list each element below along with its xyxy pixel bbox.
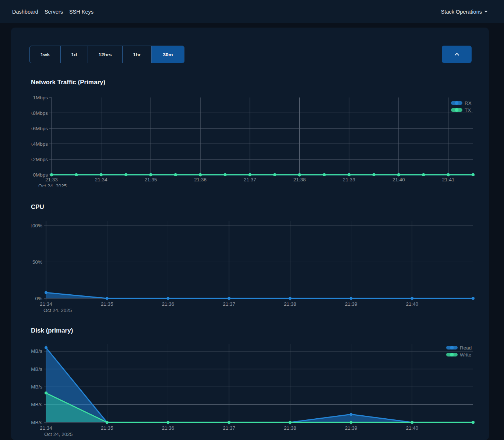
x-tick-label: 21:36 <box>194 177 207 182</box>
data-point-tx <box>447 173 450 176</box>
data-point-tx <box>224 173 227 176</box>
legend-label: Write <box>460 352 471 358</box>
chart-title-network: Network Traffic (Primary) <box>31 79 105 86</box>
y-tick-label: 2MB/s <box>31 384 42 390</box>
y-tick-label: 50% <box>32 259 42 265</box>
data-point-tx <box>422 173 425 176</box>
range-button-12hrs[interactable]: 12hrs <box>88 46 123 63</box>
data-point-cpu <box>228 297 230 300</box>
series-area-cpu <box>46 292 473 298</box>
grid-lines <box>44 344 473 425</box>
data-point-tx <box>174 173 177 176</box>
chevron-up-icon <box>454 53 459 56</box>
data-point-tx <box>50 173 53 176</box>
data-point-write <box>472 421 475 424</box>
data-point-write <box>45 391 47 394</box>
x-tick-label: 21:34 <box>40 425 52 431</box>
data-point-cpu <box>410 297 413 300</box>
y-tick-label: 1Mbps <box>33 95 48 100</box>
date-label: Oct 24, 2025 <box>44 432 73 437</box>
x-tick-label: 21:38 <box>293 177 306 182</box>
legend-marker-point <box>450 353 454 356</box>
chart-title-disk: Disk (primary) <box>31 327 73 334</box>
y-tick-label: 0Mbps <box>33 172 48 178</box>
nav-link-dashboard[interactable]: Dashboard <box>12 9 38 15</box>
data-point-tx <box>199 173 202 176</box>
range-button-30m[interactable]: 30m <box>152 46 184 63</box>
x-tick-label: 21:35 <box>101 301 113 307</box>
x-tick-label: 21:34 <box>40 301 52 307</box>
range-button-1hr[interactable]: 1hr <box>123 46 152 63</box>
x-tick-label: 21:40 <box>406 301 418 307</box>
time-range-toolbar: 1wk1d12hrs1hr30m <box>29 46 184 63</box>
data-point-write <box>166 421 169 424</box>
disk-chart: 21:3421:3521:3621:3721:3821:3921:404MB/s… <box>31 340 477 437</box>
data-point-tx <box>249 173 251 176</box>
nav-link-ssh-keys[interactable]: SSH Keys <box>69 9 94 15</box>
legend-item-read[interactable]: Read <box>446 345 472 351</box>
series-line-write <box>46 393 473 422</box>
date-label: Oct 24, 2025 <box>43 308 72 312</box>
data-point-cpu <box>472 297 475 300</box>
x-tick-label: 21:36 <box>162 301 175 307</box>
x-tick-label: 21:37 <box>223 425 235 431</box>
y-tick-label: 0.2Mbps <box>31 157 48 162</box>
y-tick-label: 0% <box>35 296 42 301</box>
y-tick-label: 1MB/s <box>31 402 42 407</box>
legend-item-tx[interactable]: TX <box>451 107 471 113</box>
legend-marker-point <box>455 108 459 112</box>
legend-item-rx[interactable]: RX <box>451 100 472 106</box>
series-area-read <box>46 348 473 422</box>
chevron-down-icon <box>484 11 488 13</box>
x-tick-label: 21:34 <box>95 177 108 182</box>
legend-label: Read <box>460 345 472 351</box>
data-point-write <box>410 421 413 424</box>
y-tick-label: 4MB/s <box>31 348 42 354</box>
y-tick-label: 0.4Mbps <box>31 141 48 147</box>
x-tick-label: 21:33 <box>45 177 58 182</box>
y-tick-label: 0.8Mbps <box>31 110 48 116</box>
stack-operations-label: Stack Operations <box>441 9 482 15</box>
grid-lines <box>44 221 473 301</box>
data-point-tx <box>273 173 276 176</box>
x-tick-label: 21:41 <box>442 177 455 182</box>
axis-tick-labels: 21:3321:3421:3521:3621:3721:3821:3921:40… <box>31 95 455 187</box>
date-label: Oct 24, 2025 <box>38 183 67 187</box>
data-point-tx <box>149 173 152 176</box>
stack-operations-menu[interactable]: Stack Operations <box>441 9 488 15</box>
network-traffic-chart: 21:3321:3421:3521:3621:3721:3821:3921:40… <box>31 94 477 187</box>
legend-item-write[interactable]: Write <box>446 352 471 358</box>
x-tick-label: 21:40 <box>406 425 418 431</box>
collapse-charts-button[interactable] <box>442 46 472 63</box>
top-navbar: DashboardServersSSH Keys Stack Operation… <box>0 0 504 23</box>
data-point-tx <box>472 173 475 176</box>
data-point-tx <box>298 173 301 176</box>
data-point-tx <box>100 173 103 176</box>
data-point-cpu <box>289 297 292 300</box>
legend-marker-point <box>455 101 459 105</box>
data-point-read <box>350 413 353 416</box>
y-tick-label: 100% <box>31 223 42 228</box>
x-tick-label: 21:37 <box>244 177 256 182</box>
x-tick-label: 21:36 <box>162 425 175 431</box>
data-point-tx <box>75 173 78 176</box>
nav-links: DashboardServersSSH Keys <box>12 9 94 15</box>
series-area-write <box>46 393 473 422</box>
data-point-write <box>289 421 292 424</box>
data-point-tx <box>323 173 326 176</box>
nav-link-servers[interactable]: Servers <box>45 9 63 15</box>
y-tick-label: 0.6Mbps <box>31 126 48 131</box>
data-point-cpu <box>45 291 47 294</box>
data-point-read <box>45 346 47 349</box>
x-tick-label: 21:35 <box>145 177 157 182</box>
grid-lines <box>49 97 473 177</box>
range-button-1d[interactable]: 1d <box>61 46 88 63</box>
series-line-read <box>46 348 473 422</box>
range-button-1wk[interactable]: 1wk <box>30 46 61 63</box>
y-tick-label: 3MB/s <box>31 366 42 372</box>
data-point-tx <box>124 173 127 176</box>
legend-marker-point <box>450 346 454 349</box>
x-tick-label: 21:39 <box>343 177 355 182</box>
dashboard-panel: 1wk1d12hrs1hr30m Network Traffic (Primar… <box>11 28 489 440</box>
data-point-tx <box>373 173 376 176</box>
